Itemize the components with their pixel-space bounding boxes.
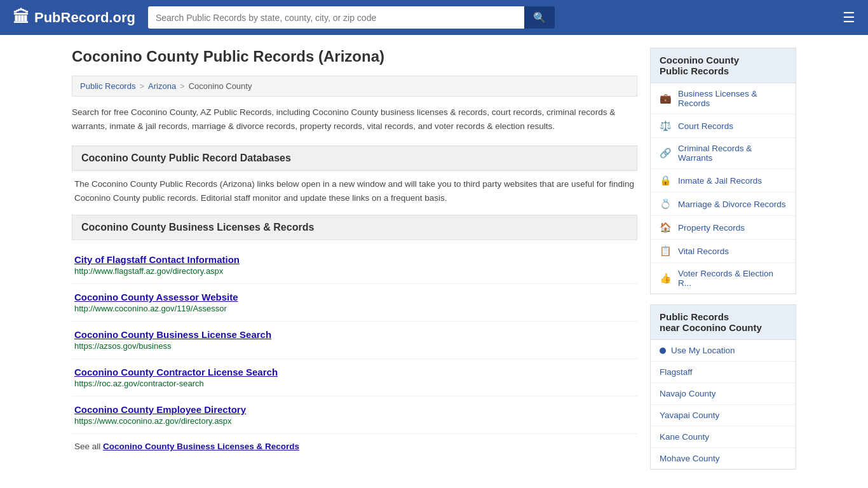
link-icon: 🔗	[660, 147, 672, 159]
sidebar-item-vital-records[interactable]: 📋 Vital Records	[651, 240, 796, 263]
see-all-link[interactable]: Coconino County Business Licenses & Reco…	[103, 442, 299, 451]
sidebar-item-property-records[interactable]: 🏠 Property Records	[651, 216, 796, 240]
menu-icon[interactable]: ☰	[843, 10, 855, 26]
databases-section-header: Coconino County Public Record Databases	[72, 146, 637, 171]
content-area: Coconino County Public Records (Arizona)…	[72, 48, 637, 480]
use-location-button[interactable]: Use My Location	[651, 340, 796, 362]
link-business-license[interactable]: Coconino County Business License Search	[74, 329, 271, 340]
breadcrumb: Public Records > Arizona > Coconino Coun…	[72, 76, 637, 97]
sidebar-item-marriage-label: Marriage & Divorce Records	[678, 200, 786, 209]
scales-icon: ⚖️	[660, 120, 672, 132]
ring-icon: 💍	[660, 198, 672, 210]
databases-description: The Coconino County Public Records (Ariz…	[72, 177, 637, 205]
search-button[interactable]: 🔍	[524, 6, 555, 29]
logo-text: PubRecord.org	[34, 10, 135, 26]
search-input[interactable]	[148, 6, 524, 29]
sidebar-nearby-mohave[interactable]: Mohave County	[651, 448, 796, 469]
sidebar-item-vital-label: Vital Records	[678, 247, 729, 256]
sidebar-item-marriage-records[interactable]: 💍 Marriage & Divorce Records	[651, 193, 796, 216]
sidebar-nearby-yavapai[interactable]: Yavapai County	[651, 405, 796, 426]
sidebar-item-business-label: Business Licenses & Records	[678, 89, 787, 108]
sidebar-nearby-flagstaff[interactable]: Flagstaff	[651, 362, 796, 383]
link-item: Coconino County Assessor Website http://…	[72, 284, 637, 322]
sidebar: Coconino County Public Records 💼 Busines…	[650, 48, 796, 480]
link-business-license-url[interactable]: https://azsos.gov/business	[74, 341, 635, 351]
link-flagstaff-url[interactable]: http://www.flagstaff.az.gov/directory.as…	[74, 266, 635, 276]
page-description: Search for free Coconino County, AZ Publ…	[72, 105, 637, 133]
sidebar-item-voter-records[interactable]: 👍 Voter Records & Election R...	[651, 263, 796, 294]
link-assessor-url[interactable]: http://www.coconino.az.gov/119/Assessor	[74, 304, 635, 313]
business-section-header: Coconino County Business Licenses & Reco…	[72, 215, 637, 240]
link-contractor[interactable]: Coconino County Contractor License Searc…	[74, 367, 278, 377]
sidebar-item-property-label: Property Records	[678, 223, 745, 233]
link-item: City of Flagstaff Contact Information ht…	[72, 247, 637, 284]
sidebar-item-inmate-label: Inmate & Jail Records	[678, 176, 762, 186]
sidebar-public-records-section: Coconino County Public Records 💼 Busines…	[650, 48, 796, 294]
link-assessor[interactable]: Coconino County Assessor Website	[74, 292, 238, 302]
sidebar-item-court-label: Court Records	[678, 121, 733, 131]
sidebar-nearby-kane[interactable]: Kane County	[651, 426, 796, 448]
clipboard-icon: 📋	[660, 245, 672, 257]
sidebar-nearby-navajo[interactable]: Navajo County	[651, 383, 796, 405]
sidebar-item-criminal-label: Criminal Records & Warrants	[678, 144, 787, 163]
sidebar-item-court-records[interactable]: ⚖️ Court Records	[651, 114, 796, 138]
see-all-section: See all Coconino County Business License…	[72, 434, 637, 459]
link-employee-dir-url[interactable]: https://www.coconino.az.gov/directory.as…	[74, 416, 635, 426]
logo-icon: 🏛	[13, 8, 29, 27]
page-title: Coconino County Public Records (Arizona)	[72, 48, 637, 65]
breadcrumb-arizona[interactable]: Arizona	[148, 81, 176, 91]
search-bar: 🔍	[148, 6, 555, 29]
sidebar-nearby-title: Public Records near Coconino County	[651, 305, 796, 340]
lock-icon: 🔒	[660, 175, 672, 186]
sidebar-item-voter-label: Voter Records & Election R...	[678, 269, 787, 288]
briefcase-icon: 💼	[660, 93, 672, 104]
see-all-text: See all	[74, 442, 100, 451]
sidebar-nearby-section: Public Records near Coconino County Use …	[650, 304, 796, 470]
breadcrumb-sep-1: >	[139, 81, 144, 91]
house-icon: 🏠	[660, 222, 672, 233]
use-location-label: Use My Location	[671, 346, 735, 355]
sidebar-public-records-title: Coconino County Public Records	[651, 48, 796, 83]
breadcrumb-sep-2: >	[180, 81, 185, 91]
thumbsup-icon: 👍	[660, 273, 672, 284]
breadcrumb-public-records[interactable]: Public Records	[80, 81, 135, 91]
sidebar-item-inmate-records[interactable]: 🔒 Inmate & Jail Records	[651, 169, 796, 193]
link-flagstaff-contact[interactable]: City of Flagstaff Contact Information	[74, 254, 240, 265]
link-item: Coconino County Employee Directory https…	[72, 396, 637, 434]
sidebar-item-business-licenses[interactable]: 💼 Business Licenses & Records	[651, 83, 796, 114]
breadcrumb-county: Coconino County	[189, 81, 252, 91]
link-employee-dir[interactable]: Coconino County Employee Directory	[74, 404, 246, 415]
location-dot-icon	[660, 348, 666, 354]
link-contractor-url[interactable]: https://roc.az.gov/contractor-search	[74, 379, 635, 388]
header: 🏛 PubRecord.org 🔍 ☰	[0, 0, 868, 35]
sidebar-item-criminal-records[interactable]: 🔗 Criminal Records & Warrants	[651, 138, 796, 169]
link-item: Coconino County Business License Search …	[72, 322, 637, 359]
link-item: Coconino County Contractor License Searc…	[72, 359, 637, 396]
site-logo[interactable]: 🏛 PubRecord.org	[13, 8, 135, 27]
main-container: Coconino County Public Records (Arizona)…	[59, 35, 809, 488]
